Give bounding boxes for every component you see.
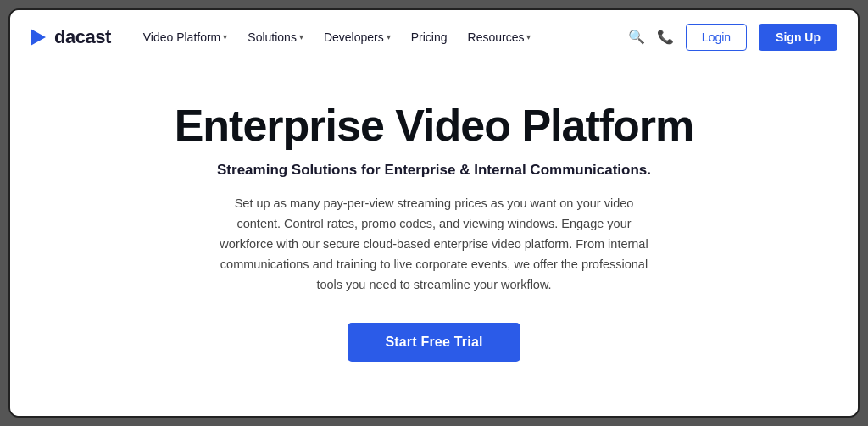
- nav-developers-label: Developers: [324, 30, 384, 44]
- hero-title: Enterprise Video Platform: [175, 102, 694, 150]
- chevron-down-icon: ▾: [387, 32, 391, 41]
- nav-resources[interactable]: Resources ▾: [459, 25, 540, 49]
- logo-text: dacast: [54, 26, 111, 48]
- nav-pricing-label: Pricing: [411, 30, 448, 44]
- nav-actions: 🔍 📞 Login Sign Up: [628, 24, 837, 51]
- nav-resources-label: Resources: [468, 30, 525, 44]
- navbar: dacast Video Platform ▾ Solutions ▾ Deve…: [10, 10, 858, 64]
- phone-icon[interactable]: 📞: [657, 29, 674, 45]
- chevron-down-icon: ▾: [223, 32, 227, 41]
- chevron-down-icon: ▾: [526, 32, 531, 41]
- search-icon[interactable]: 🔍: [628, 29, 645, 45]
- hero-subtitle: Streaming Solutions for Enterprise & Int…: [217, 162, 651, 179]
- nav-pricing[interactable]: Pricing: [403, 25, 456, 49]
- nav-video-platform-label: Video Platform: [143, 30, 221, 44]
- nav-links: Video Platform ▾ Solutions ▾ Developers …: [135, 25, 628, 49]
- chevron-down-icon: ▾: [299, 32, 303, 41]
- nav-developers[interactable]: Developers ▾: [315, 25, 399, 49]
- logo-icon: [31, 29, 46, 46]
- hero-section: Enterprise Video Platform Streaming Solu…: [10, 64, 858, 416]
- nav-video-platform[interactable]: Video Platform ▾: [135, 25, 236, 49]
- hero-description: Set up as many pay-per-view streaming pr…: [214, 194, 654, 296]
- signup-button[interactable]: Sign Up: [759, 24, 837, 51]
- nav-solutions-label: Solutions: [248, 30, 297, 44]
- nav-solutions[interactable]: Solutions ▾: [239, 25, 312, 49]
- start-free-trial-button[interactable]: Start Free Trial: [348, 323, 520, 362]
- logo[interactable]: dacast: [31, 26, 111, 48]
- login-button[interactable]: Login: [686, 24, 747, 51]
- browser-window: dacast Video Platform ▾ Solutions ▾ Deve…: [8, 8, 860, 418]
